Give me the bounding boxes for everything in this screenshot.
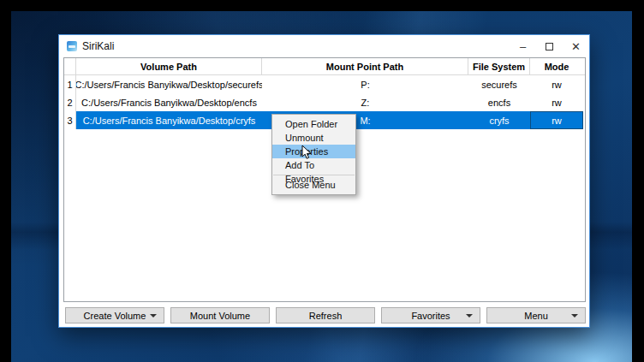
menu-item-open-folder[interactable]: Open Folder: [272, 117, 355, 131]
menu-label: Menu: [524, 311, 548, 321]
titlebar[interactable]: SiriKali – ✕: [59, 35, 589, 57]
maximize-icon: [546, 43, 553, 50]
volume-path-cell[interactable]: C:/Users/Francis Banyikwa/Desktop/secure…: [76, 75, 262, 93]
create-volume-button[interactable]: Create Volume: [65, 307, 164, 323]
mode-cell-focused[interactable]: rw: [530, 111, 583, 129]
refresh-button[interactable]: Refresh: [276, 307, 375, 323]
context-menu: Open Folder Unmount Properties Add To Fa…: [271, 114, 356, 195]
menu-item-add-to-favorites[interactable]: Add To Favorites: [272, 158, 355, 172]
sirikali-app-icon: [67, 41, 77, 51]
refresh-label: Refresh: [309, 311, 343, 321]
favorites-button[interactable]: Favorites: [381, 307, 480, 323]
volume-path-cell[interactable]: C:/Users/Francis Banyikwa/Desktop/encfs: [76, 93, 262, 111]
mount-point-cell[interactable]: P:: [262, 75, 468, 93]
dropdown-arrow-icon: [150, 314, 157, 317]
table-row[interactable]: 1 C:/Users/Francis Banyikwa/Desktop/secu…: [64, 75, 585, 93]
menu-item-properties[interactable]: Properties: [272, 145, 355, 158]
column-header-volume-path[interactable]: Volume Path: [76, 58, 262, 74]
table-header-row: Volume Path Mount Point Path File System…: [64, 58, 585, 75]
file-system-cell[interactable]: cryfs: [468, 111, 530, 129]
dropdown-arrow-icon: [571, 314, 578, 317]
window-title: SiriKali: [82, 40, 114, 52]
volume-path-cell[interactable]: C:/Users/Francis Banyikwa/Desktop/cryfs: [76, 111, 262, 129]
menu-button[interactable]: Menu: [486, 307, 586, 323]
file-system-cell[interactable]: securefs: [468, 75, 530, 93]
row-number: 3: [64, 111, 76, 129]
column-header-file-system[interactable]: File System: [468, 58, 530, 74]
menu-item-unmount[interactable]: Unmount: [272, 131, 355, 145]
row-number-header: [64, 58, 76, 74]
menu-item-close-menu[interactable]: Close Menu: [272, 178, 355, 192]
dropdown-arrow-icon: [466, 314, 473, 317]
mount-volume-label: Mount Volume: [190, 311, 250, 321]
maximize-button[interactable]: [536, 35, 563, 57]
create-volume-label: Create Volume: [84, 311, 146, 321]
mode-cell[interactable]: rw: [530, 75, 583, 93]
column-header-mode[interactable]: Mode: [530, 58, 583, 74]
row-number: 1: [64, 75, 76, 93]
table-row[interactable]: 2 C:/Users/Francis Banyikwa/Desktop/encf…: [64, 93, 585, 111]
close-button[interactable]: ✕: [563, 35, 589, 57]
row-number: 2: [64, 93, 76, 111]
minimize-button[interactable]: –: [510, 35, 536, 57]
file-system-cell[interactable]: encfs: [468, 93, 530, 111]
mount-volume-button[interactable]: Mount Volume: [170, 307, 270, 323]
column-header-mount-point-path[interactable]: Mount Point Path: [262, 58, 468, 74]
window-controls: – ✕: [510, 35, 589, 57]
favorites-label: Favorites: [411, 311, 450, 321]
mount-point-cell[interactable]: Z:: [262, 93, 468, 111]
mode-cell[interactable]: rw: [530, 93, 583, 111]
mouse-cursor-icon: [301, 145, 312, 163]
